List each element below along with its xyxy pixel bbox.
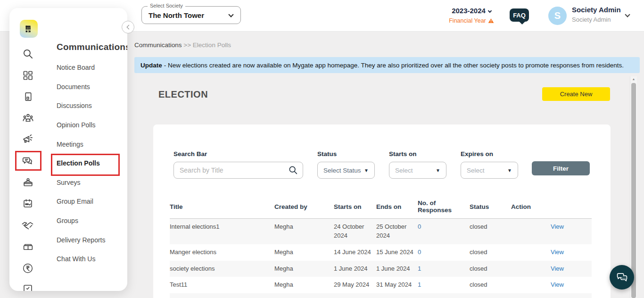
cell-action: View	[511, 261, 592, 277]
community-icon[interactable]	[17, 108, 38, 129]
view-link[interactable]: View	[551, 265, 564, 272]
sidebar-item-groups[interactable]: Groups	[57, 211, 125, 231]
responses-count-link[interactable]: 0	[418, 223, 421, 230]
expires-on-select[interactable]: Select ▼	[461, 162, 518, 179]
cell-responses: 0	[418, 244, 470, 261]
groups-handshake-icon[interactable]	[17, 215, 38, 236]
chat-fab-button[interactable]	[610, 265, 634, 290]
cell-title: Manger elections	[170, 244, 274, 261]
cell-title: Test11	[170, 277, 274, 293]
cell-responses: 1	[418, 293, 470, 298]
communications-icon[interactable]	[17, 150, 38, 172]
expires-on-select-value: Select	[467, 167, 485, 174]
chevron-down-icon	[228, 12, 233, 17]
cell-status: closed	[470, 219, 511, 244]
delivery-box-icon[interactable]	[17, 236, 38, 257]
sidebar-item-documents[interactable]: Documents	[57, 77, 125, 97]
faq-button[interactable]: FAQ	[510, 8, 529, 22]
banner-text: - New elections created are now availabl…	[164, 62, 624, 69]
sidebar: Communications Notice BoardDocumentsDisc…	[9, 8, 127, 291]
payments-rupee-icon[interactable]	[17, 257, 38, 279]
cell-created-by: Megha	[274, 293, 334, 298]
avatar-initial: S	[554, 10, 561, 21]
search-icon[interactable]	[288, 165, 298, 175]
starts-on-filter-label: Starts on	[389, 150, 446, 157]
sidebar-item-notice-board[interactable]: Notice Board	[57, 58, 125, 77]
table-row: Manger electionsMegha14 June 202415 June…	[170, 244, 592, 261]
search-filter-label: Search Bar	[173, 150, 303, 157]
cell-ends-on: 31 May 2024	[376, 277, 418, 293]
cell-status: closed	[470, 277, 511, 293]
sidebar-item-meetings[interactable]: Meetings	[57, 134, 125, 154]
sidebar-item-surveys[interactable]: Surveys	[57, 173, 125, 192]
breadcrumb: Communications >> Election Polls	[134, 41, 231, 49]
column-header-status: Status	[470, 195, 511, 219]
search-icon[interactable]	[17, 43, 38, 65]
dashboard-icon[interactable]	[17, 65, 38, 86]
society-select[interactable]: Select Society The North Tower	[141, 6, 241, 24]
cell-responses: 0	[418, 219, 470, 244]
cell-status: closed	[470, 244, 511, 261]
search-filter-group: Search Bar	[173, 150, 303, 179]
cell-action: View	[511, 277, 592, 293]
view-link[interactable]: View	[551, 281, 564, 288]
search-input[interactable]	[173, 162, 303, 179]
sidebar-item-chat-with-us[interactable]: Chat With Us	[57, 249, 125, 269]
filter-button[interactable]: Filter	[532, 161, 590, 175]
view-link[interactable]: View	[551, 248, 564, 256]
scrollbar-thumb[interactable]	[631, 83, 636, 298]
cell-created-by: Megha	[274, 219, 334, 244]
cell-created-by: Megha	[274, 261, 334, 277]
sidebar-item-delivery-reports[interactable]: Delivery Reports	[57, 230, 125, 249]
vertical-scrollbar[interactable]: ▲	[630, 76, 637, 298]
responses-count-link[interactable]: 1	[418, 265, 421, 272]
status-select[interactable]: Select Status ▼	[317, 162, 375, 179]
cell-ends-on: 25 October 2024	[376, 219, 418, 244]
cell-title: society elections	[170, 261, 274, 277]
cell-responses: 1	[418, 277, 470, 293]
sidebar-item-election-polls[interactable]: Election Polls	[57, 154, 125, 173]
cell-action: View	[511, 219, 592, 244]
scrollbar-up-arrow[interactable]: ▲	[630, 76, 637, 82]
society-select-value: The North Tower	[149, 11, 204, 19]
elections-table: TitleCreated byStarts onEnds onNo. of Re…	[170, 195, 592, 298]
app-logo[interactable]	[20, 20, 38, 38]
responses-count-link[interactable]: 1	[418, 281, 421, 288]
expires-on-filter-label: Expires on	[461, 150, 518, 157]
cell-action: View	[511, 293, 592, 298]
society-select-label: Select Society	[148, 3, 185, 8]
profile-info: Society Admin Society Admin	[572, 6, 621, 23]
election-list-card: Search Bar Status Select Status ▼ Starts…	[153, 124, 611, 298]
profile-name: Society Admin	[572, 6, 621, 14]
profile-chevron-down-icon[interactable]	[625, 12, 630, 17]
sidebar-item-discussions[interactable]: Discussions	[57, 96, 125, 116]
breadcrumb-section[interactable]: Communications	[134, 41, 182, 49]
announcements-icon[interactable]	[17, 129, 38, 150]
chat-bubbles-icon	[616, 271, 628, 284]
sidebar-item-opinion-polls[interactable]: Opinion Polls	[57, 116, 125, 135]
cell-title: Internal elections1	[170, 219, 274, 244]
financial-year-selector[interactable]: 2023-2024 Financial Year	[448, 7, 495, 24]
dropdown-arrow-icon: ▼	[507, 168, 512, 173]
cell-ends-on: 15 June 2024	[376, 244, 418, 261]
sidebar-item-group-email[interactable]: Group Email	[57, 192, 125, 211]
column-header-no-of-responses: No. of Responses	[418, 195, 470, 219]
starts-on-select[interactable]: Select ▼	[389, 162, 446, 179]
responses-count-link[interactable]: 0	[418, 248, 421, 256]
documents-icon[interactable]	[17, 86, 38, 108]
sidebar-collapse-button[interactable]	[122, 21, 134, 33]
starts-on-select-value: Select	[395, 167, 413, 174]
group-email-icon[interactable]	[17, 193, 38, 215]
starts-on-filter-group: Starts on Select ▼	[389, 150, 446, 179]
avatar[interactable]: S	[548, 7, 567, 25]
banner-title: Update	[140, 62, 162, 69]
approvals-icon[interactable]	[17, 279, 38, 291]
surveys-icon[interactable]	[17, 172, 38, 193]
cell-status: closed	[470, 261, 511, 277]
column-header-ends-on: Ends on	[376, 195, 418, 219]
sidebar-icon-rail	[17, 43, 38, 291]
mygate-logo-icon	[24, 24, 34, 34]
create-new-button[interactable]: Create New	[542, 87, 610, 101]
cell-starts-on: 29 May 2024	[334, 277, 376, 293]
view-link[interactable]: View	[551, 223, 564, 230]
